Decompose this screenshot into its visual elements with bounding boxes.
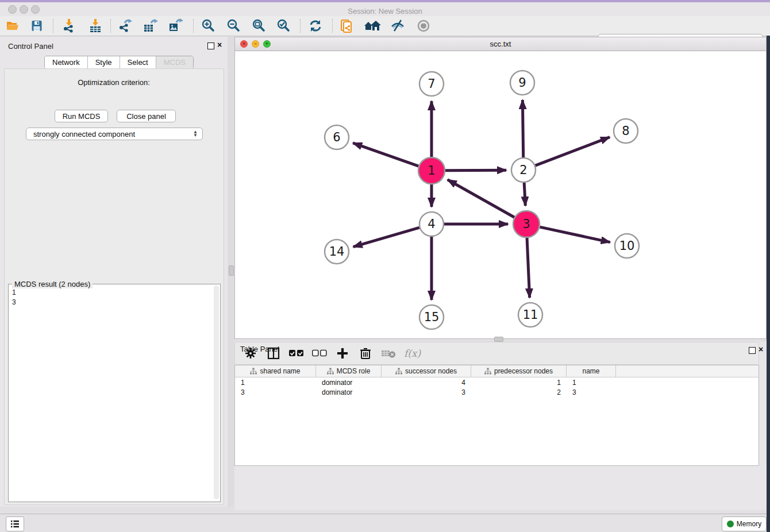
import-table-icon[interactable] bbox=[86, 18, 105, 33]
clone-network-icon[interactable] bbox=[337, 18, 357, 33]
network-canvas[interactable]: 7968124314101511 bbox=[235, 51, 766, 338]
column-header-MCDS-role[interactable]: MCDS role bbox=[316, 365, 382, 377]
table-panel-close-button[interactable]: × bbox=[759, 345, 763, 354]
node-label-9: 9 bbox=[518, 76, 526, 90]
column-header-predecessor-nodes[interactable]: predecessor nodes bbox=[471, 365, 567, 377]
criterion-dropdown[interactable]: strongly connected component ▲▼ bbox=[26, 128, 203, 140]
result-scrollbar[interactable] bbox=[214, 286, 219, 499]
node-label-15: 15 bbox=[424, 310, 440, 324]
node-label-2: 2 bbox=[519, 163, 527, 177]
tab-mcds[interactable]: MCDS bbox=[156, 56, 193, 68]
table-cell: 4 bbox=[382, 379, 471, 387]
export-image-icon[interactable] bbox=[166, 18, 186, 33]
vertical-splitter-handle[interactable] bbox=[229, 265, 234, 276]
export-table-icon[interactable] bbox=[141, 18, 160, 33]
column-header-label: shared name bbox=[260, 367, 300, 375]
table-panel-title: Table Panel bbox=[240, 345, 279, 353]
control-panel-close-button[interactable]: × bbox=[217, 40, 222, 49]
node-label-11: 11 bbox=[523, 308, 538, 322]
edge-1-2[interactable] bbox=[445, 170, 506, 171]
edge-3-1[interactable] bbox=[448, 180, 514, 218]
table-row[interactable]: 1dominator411 bbox=[235, 377, 759, 387]
zoom-in-icon[interactable] bbox=[198, 18, 218, 33]
mcds-result-group: MCDS result (2 nodes) 13 bbox=[8, 284, 221, 502]
column-header-shared-name[interactable]: shared name bbox=[235, 365, 316, 377]
add-column-icon[interactable] bbox=[335, 346, 350, 361]
node-label-3: 3 bbox=[522, 217, 530, 231]
optimization-criterion-label: Optimization criterion: bbox=[0, 78, 228, 87]
horizontal-splitter-handle[interactable] bbox=[494, 337, 503, 342]
node-label-10: 10 bbox=[619, 239, 635, 253]
table-cell: 3 bbox=[382, 388, 471, 396]
table-cell: 3 bbox=[567, 388, 616, 396]
table-cell: dominator bbox=[316, 388, 382, 396]
node-table: shared nameMCDS rolesuccessor nodesprede… bbox=[234, 365, 759, 466]
chevron-up-down-icon: ▲▼ bbox=[193, 130, 198, 137]
control-panel: Control Panel × NetworkStyleSelectMCDS O… bbox=[0, 37, 228, 507]
export-network-icon[interactable] bbox=[116, 18, 135, 33]
tab-network[interactable]: Network bbox=[45, 56, 88, 68]
control-panel-float-button[interactable] bbox=[207, 43, 214, 49]
app-titlebar: Session: New Session bbox=[0, 2, 770, 17]
list-icon bbox=[10, 519, 20, 529]
toolbar-separator bbox=[300, 19, 301, 33]
home-layout-icon[interactable] bbox=[363, 18, 382, 33]
flow-hierarchy-icon bbox=[484, 368, 491, 375]
mcds-result-item: 1 bbox=[12, 288, 16, 298]
column-header-successor-nodes[interactable]: successor nodes bbox=[382, 365, 471, 377]
toolbar-separator bbox=[53, 19, 54, 33]
network-window-titlebar: × − + scc.txt bbox=[235, 37, 766, 51]
table-row[interactable]: 3dominator323 bbox=[235, 387, 759, 397]
edge-3-11[interactable] bbox=[527, 238, 530, 298]
node-label-4: 4 bbox=[428, 217, 435, 231]
refresh-icon[interactable] bbox=[306, 18, 325, 33]
mcds-result-list: 13 bbox=[12, 288, 16, 307]
hide-selected-icon[interactable] bbox=[388, 18, 407, 33]
deselect-all-rows-icon[interactable] bbox=[312, 346, 327, 361]
mcds-result-item: 3 bbox=[12, 298, 16, 307]
delete-column-icon[interactable] bbox=[358, 346, 373, 361]
memory-label: Memory bbox=[737, 520, 761, 528]
open-session-icon[interactable] bbox=[3, 18, 22, 33]
criterion-dropdown-value: strongly connected component bbox=[33, 130, 135, 138]
apply-function-button[interactable]: f(x) bbox=[404, 348, 421, 359]
table-cell: dominator bbox=[316, 379, 382, 387]
zoom-selected-icon[interactable] bbox=[274, 18, 293, 33]
node-label-6: 6 bbox=[333, 130, 340, 144]
memory-button[interactable]: Memory bbox=[722, 516, 767, 531]
tab-select[interactable]: Select bbox=[120, 56, 156, 68]
status-bar: Memory bbox=[0, 514, 767, 532]
column-header-label: successor nodes bbox=[405, 367, 457, 375]
import-network-icon[interactable] bbox=[59, 18, 79, 33]
save-session-icon[interactable] bbox=[27, 18, 47, 33]
tab-style[interactable]: Style bbox=[88, 56, 120, 68]
zoom-out-icon[interactable] bbox=[224, 18, 243, 33]
run-mcds-button[interactable]: Run MCDS bbox=[55, 110, 108, 122]
delete-table-icon[interactable] bbox=[381, 346, 396, 361]
show-all-icon[interactable] bbox=[414, 18, 433, 33]
task-history-button[interactable] bbox=[6, 516, 24, 531]
toolbar-separator bbox=[193, 19, 194, 33]
table-cell: 1 bbox=[471, 379, 567, 387]
memory-status-icon bbox=[727, 521, 734, 527]
edge-4-14[interactable] bbox=[353, 228, 419, 246]
zoom-fit-icon[interactable] bbox=[249, 18, 268, 33]
node-label-14: 14 bbox=[329, 245, 345, 259]
flow-hierarchy-icon bbox=[250, 368, 257, 375]
flow-hierarchy-icon bbox=[395, 368, 402, 375]
column-header-name[interactable]: name bbox=[567, 365, 616, 377]
main-toolbar bbox=[0, 16, 770, 36]
edge-2-8[interactable] bbox=[536, 137, 610, 165]
close-panel-button[interactable]: Close panel bbox=[117, 110, 176, 122]
table-cell: 1 bbox=[567, 379, 616, 387]
edge-2-3[interactable] bbox=[524, 183, 525, 206]
mcds-result-title: MCDS result (2 nodes) bbox=[12, 280, 93, 288]
edge-3-10[interactable] bbox=[540, 227, 610, 242]
edge-2-9[interactable] bbox=[522, 100, 523, 157]
table-panel-float-button[interactable] bbox=[749, 347, 756, 354]
node-label-1: 1 bbox=[428, 164, 435, 178]
select-all-rows-icon[interactable] bbox=[289, 346, 304, 361]
node-label-7: 7 bbox=[428, 77, 435, 91]
column-header-label: name bbox=[582, 367, 599, 375]
edge-1-6[interactable] bbox=[353, 143, 418, 166]
